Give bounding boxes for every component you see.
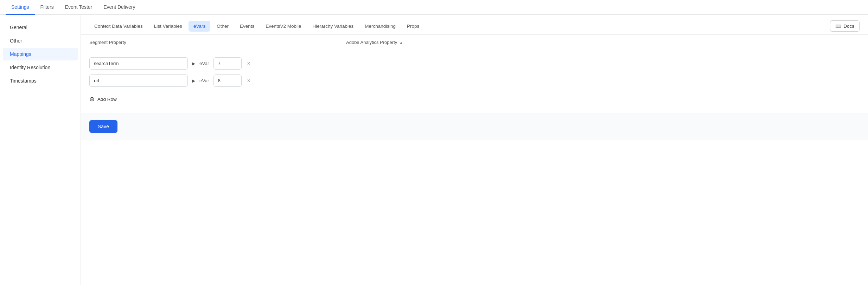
- add-row-label: Add Row: [97, 97, 117, 102]
- segment-input-1[interactable]: [89, 57, 188, 70]
- adobe-property-label: Adobe Analytics Property: [346, 40, 397, 45]
- main-layout: General Other Mappings Identity Resoluti…: [0, 15, 868, 285]
- top-tabs: Settings Filters Event Tester Event Deli…: [0, 0, 868, 15]
- sub-tab-hierarchy-variables[interactable]: Hierarchy Variables: [308, 21, 359, 32]
- sidebar: General Other Mappings Identity Resoluti…: [0, 15, 81, 285]
- evar-label-1: eVar: [199, 61, 209, 66]
- evar-label-2: eVar: [199, 78, 209, 83]
- save-section: Save: [81, 113, 868, 140]
- evar-input-1[interactable]: [213, 57, 242, 70]
- docs-button[interactable]: 📖 Docs: [830, 20, 860, 32]
- sub-tab-eventsv2-mobile[interactable]: EventsV2 Mobile: [261, 21, 306, 32]
- column-header-adobe[interactable]: Adobe Analytics Property ▲: [346, 40, 860, 45]
- plus-circle-icon: ⊕: [89, 95, 95, 103]
- delete-row-1[interactable]: ×: [246, 59, 252, 68]
- tab-event-tester[interactable]: Event Tester: [59, 0, 98, 15]
- sidebar-item-timestamps[interactable]: Timestamps: [3, 74, 78, 87]
- arrow-icon-1: ▶: [192, 61, 195, 66]
- tab-filters[interactable]: Filters: [35, 0, 59, 15]
- save-button[interactable]: Save: [89, 120, 117, 133]
- table-row: ▶ eVar ×: [89, 57, 860, 70]
- sidebar-item-other[interactable]: Other: [3, 34, 78, 47]
- sidebar-item-identity-resolution[interactable]: Identity Resolution: [3, 61, 78, 74]
- tab-settings[interactable]: Settings: [6, 0, 35, 15]
- mapping-rows: ▶ eVar × ▶ eVar ×: [81, 50, 868, 94]
- arrow-icon-2: ▶: [192, 78, 195, 83]
- sub-tabs-container: Context Data Variables List Variables eV…: [81, 15, 868, 35]
- sub-tab-merchandising[interactable]: Merchandising: [360, 21, 401, 32]
- sidebar-item-general[interactable]: General: [3, 21, 78, 34]
- tab-event-delivery[interactable]: Event Delivery: [98, 0, 141, 15]
- book-icon: 📖: [835, 23, 841, 29]
- docs-label: Docs: [843, 24, 854, 29]
- segment-input-2[interactable]: [89, 74, 188, 87]
- sub-tabs: Context Data Variables List Variables eV…: [89, 21, 424, 34]
- sub-tab-other[interactable]: Other: [212, 21, 234, 32]
- sub-tab-evars[interactable]: eVars: [189, 21, 210, 32]
- delete-row-2[interactable]: ×: [246, 77, 252, 85]
- sidebar-item-mappings[interactable]: Mappings: [3, 48, 78, 60]
- sort-icon[interactable]: ▲: [399, 40, 403, 45]
- sub-tab-events[interactable]: Events: [235, 21, 259, 32]
- add-row-button[interactable]: ⊕ Add Row: [89, 94, 117, 104]
- column-header-segment: Segment Property: [89, 40, 346, 45]
- sub-tab-list-variables[interactable]: List Variables: [149, 21, 187, 32]
- content-area: Context Data Variables List Variables eV…: [81, 15, 868, 285]
- sub-tab-props[interactable]: Props: [402, 21, 424, 32]
- evar-input-2[interactable]: [213, 74, 242, 87]
- sub-tab-context-data[interactable]: Context Data Variables: [89, 21, 148, 32]
- table-header: Segment Property Adobe Analytics Propert…: [81, 35, 868, 50]
- table-row: ▶ eVar ×: [89, 74, 860, 87]
